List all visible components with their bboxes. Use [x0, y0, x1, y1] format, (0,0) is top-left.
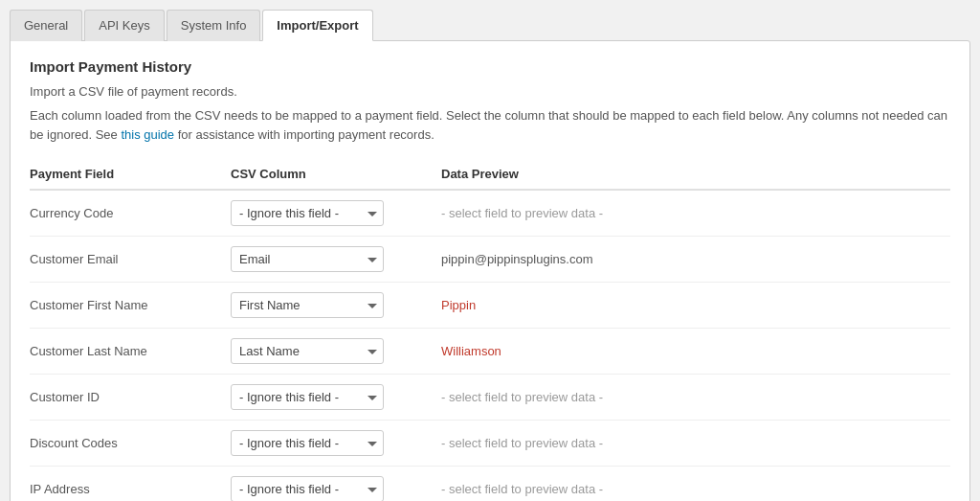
- section-title: Import Payment History: [30, 58, 950, 75]
- table-row: Customer EmailEmailpippin@pippinsplugins…: [30, 237, 950, 283]
- tab-system-info[interactable]: System Info: [167, 10, 261, 41]
- intro-text: Import a CSV file of payment records.: [30, 84, 950, 99]
- col-header-data-preview: Data Preview: [432, 159, 950, 190]
- table-row: Customer First NameFirst NamePippin: [30, 283, 950, 329]
- data-preview-cell: Pippin: [432, 283, 950, 329]
- csv-column-select[interactable]: Last Name: [231, 338, 384, 364]
- csv-column-select[interactable]: - Ignore this field -: [231, 384, 384, 410]
- table-row: Customer Last NameLast NameWilliamson: [30, 329, 950, 375]
- tab-api-keys[interactable]: API Keys: [84, 10, 164, 41]
- table-row: Customer ID- Ignore this field -- select…: [30, 375, 950, 421]
- csv-column-select[interactable]: - Ignore this field -: [231, 430, 384, 456]
- data-preview-cell: - select field to preview data -: [432, 375, 950, 421]
- payment-field-label: Customer Last Name: [30, 329, 221, 375]
- payment-field-label: Customer First Name: [30, 283, 221, 329]
- import-table: Payment Field CSV Column Data Preview Cu…: [30, 159, 950, 501]
- col-header-payment-field: Payment Field: [30, 159, 221, 190]
- csv-column-cell: First Name: [221, 283, 432, 329]
- csv-column-cell: - Ignore this field -: [221, 467, 432, 502]
- csv-column-cell: Last Name: [221, 329, 432, 375]
- payment-field-label: Currency Code: [30, 190, 221, 237]
- payment-field-label: Discount Codes: [30, 421, 221, 467]
- tab-general[interactable]: General: [10, 10, 82, 41]
- tab-bar: General API Keys System Info Import/Expo…: [10, 10, 970, 41]
- data-preview-cell: - select field to preview data -: [432, 190, 950, 237]
- csv-column-select[interactable]: - Ignore this field -: [231, 476, 384, 501]
- tab-import-export[interactable]: Import/Export: [262, 10, 372, 41]
- description-text: Each column loaded from the CSV needs to…: [30, 106, 950, 144]
- data-preview-cell: - select field to preview data -: [432, 421, 950, 467]
- csv-column-select[interactable]: First Name: [231, 292, 384, 318]
- csv-column-select[interactable]: Email: [231, 246, 384, 272]
- description-part2: for assistance with importing payment re…: [178, 127, 434, 142]
- data-preview-cell: Williamson: [432, 329, 950, 375]
- table-header-row: Payment Field CSV Column Data Preview: [30, 159, 950, 190]
- csv-column-select[interactable]: - Ignore this field -: [231, 200, 384, 226]
- csv-column-cell: - Ignore this field -: [221, 190, 432, 237]
- payment-field-label: Customer ID: [30, 375, 221, 421]
- data-preview-cell: - select field to preview data -: [432, 467, 950, 502]
- main-card: Import Payment History Import a CSV file…: [10, 40, 970, 501]
- csv-column-cell: - Ignore this field -: [221, 375, 432, 421]
- csv-column-cell: Email: [221, 237, 432, 283]
- payment-field-label: Customer Email: [30, 237, 221, 283]
- col-header-csv-column: CSV Column: [221, 159, 432, 190]
- payment-field-label: IP Address: [30, 467, 221, 502]
- table-row: IP Address- Ignore this field -- select …: [30, 467, 950, 502]
- page-wrap: General API Keys System Info Import/Expo…: [0, 0, 980, 501]
- csv-column-cell: - Ignore this field -: [221, 421, 432, 467]
- table-row: Discount Codes- Ignore this field -- sel…: [30, 421, 950, 467]
- data-preview-cell: pippin@pippinsplugins.com: [432, 237, 950, 283]
- table-row: Currency Code- Ignore this field -- sele…: [30, 190, 950, 237]
- guide-link[interactable]: this guide: [121, 127, 174, 142]
